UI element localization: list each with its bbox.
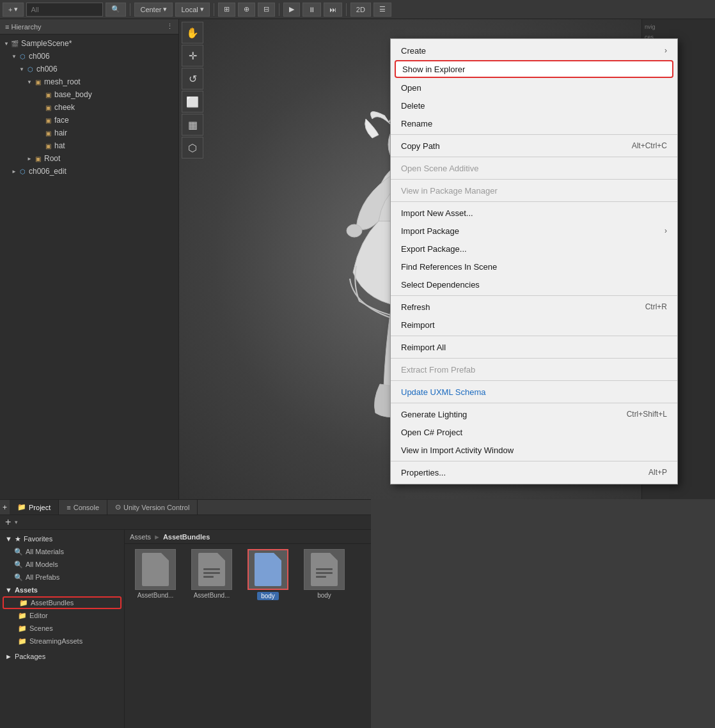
label-cheek: cheek xyxy=(54,103,75,112)
rect-tool-btn[interactable]: ▦ xyxy=(182,114,203,136)
hierarchy-menu-icon[interactable]: ⋮ xyxy=(166,22,173,31)
ctx-rename[interactable]: Rename xyxy=(391,114,677,132)
arrow-base-body xyxy=(36,91,43,98)
label-all-materials: All Materials xyxy=(26,548,64,555)
tree-item-ch006-parent[interactable]: ▼ ⬡ ch006 xyxy=(0,50,178,63)
ctx-open-scene-additive: Open Scene Additive xyxy=(391,159,677,177)
folder-editor[interactable]: 📁 Editor xyxy=(0,609,124,622)
breadcrumb-root[interactable]: Assets xyxy=(130,533,151,541)
ctx-properties[interactable]: Properties... Alt+P xyxy=(391,463,677,481)
ctx-sep-4 xyxy=(391,201,677,202)
ctx-show-in-explorer[interactable]: Show in Explorer xyxy=(395,60,673,78)
center-label: Center xyxy=(140,6,161,13)
tree-item-ch006-child[interactable]: ▼ ⬡ ch006 xyxy=(0,63,178,75)
ctx-reimport-all[interactable]: Reimport All xyxy=(391,338,677,356)
tab-version-control[interactable]: ⊙ Unity Version Control xyxy=(107,500,198,515)
ctx-reimport[interactable]: Reimport xyxy=(391,316,677,334)
grid-icon-btn[interactable]: ⊞ xyxy=(218,3,235,17)
ctx-generate-lighting[interactable]: Generate Lighting Ctrl+Shift+L xyxy=(391,405,677,423)
center-button[interactable]: Center ▾ xyxy=(134,3,173,17)
fav-all-materials[interactable]: 🔍 All Materials xyxy=(0,545,124,558)
ctx-export-package[interactable]: Export Package... xyxy=(391,240,677,258)
tree-item-cheek[interactable]: ▣ cheek xyxy=(0,101,178,114)
folder-icon-streaming: 📁 xyxy=(18,637,27,646)
hand-tool-btn[interactable]: ✋ xyxy=(182,22,203,43)
ctx-refresh[interactable]: Refresh Ctrl+R xyxy=(391,298,677,316)
assets-label: Assets xyxy=(15,586,38,594)
tree-item-hat[interactable]: ▣ hat xyxy=(0,139,178,152)
folder-scenes[interactable]: 📁 Scenes xyxy=(0,622,124,635)
tab-project[interactable]: 📁 Project xyxy=(10,500,59,515)
label-mesh-root: mesh_root xyxy=(44,77,81,86)
ctx-sep-7 xyxy=(391,358,677,359)
asset-item-1[interactable]: AssetBund... xyxy=(130,549,181,600)
file-line-b2 xyxy=(316,572,333,574)
project-panel: ▼ ★ Favorites 🔍 All Materials 🔍 All Mode… xyxy=(0,530,371,728)
ctx-select-dependencies[interactable]: Select Dependencies xyxy=(391,275,677,293)
folder-streaming-assets[interactable]: 📁 StreamingAssets xyxy=(0,635,124,647)
assets-header[interactable]: ▼ Assets xyxy=(0,584,124,596)
local-button[interactable]: Local ▾ xyxy=(175,3,209,17)
arrow-cheek xyxy=(36,104,43,111)
ctx-copy-path[interactable]: Copy Path Alt+Ctrl+C xyxy=(391,137,677,155)
search-icon-prefabs: 🔍 xyxy=(14,573,23,582)
asset-icon-2 xyxy=(191,549,232,590)
ctx-sep-3 xyxy=(391,179,677,180)
search-input[interactable] xyxy=(26,3,103,17)
tree-item-samplescene[interactable]: ▼ 🎬 SampleScene* xyxy=(0,37,178,50)
top-toolbar: + ▾ 🔍 Center ▾ Local ▾ ⊞ ⊕ ⊟ ▶ ⏸ ⏭ 2D ☰ xyxy=(0,0,715,19)
bottom-section: + 📁 Project ≡ Console ⊙ Unity Version Co… xyxy=(0,499,371,728)
tree-item-base-body[interactable]: ▣ base_body xyxy=(0,88,178,101)
rotate-tool-btn[interactable]: ↺ xyxy=(182,68,203,89)
tree-item-hair[interactable]: ▣ hair xyxy=(0,127,178,139)
arrow-face xyxy=(36,116,43,124)
file-line-1 xyxy=(203,568,220,570)
favorites-sidebar: ▼ ★ Favorites 🔍 All Materials 🔍 All Mode… xyxy=(0,530,125,728)
ctx-delete-label: Delete xyxy=(401,101,425,111)
bottom-add-btn[interactable]: + xyxy=(0,500,10,515)
step-btn[interactable]: ⏭ xyxy=(324,3,342,17)
file-line-b1 xyxy=(316,568,333,570)
packages-header[interactable]: ► Packages xyxy=(0,650,124,663)
pause-btn[interactable]: ⏸ xyxy=(302,3,321,17)
asset-item-body-selected[interactable]: body xyxy=(242,549,294,600)
ctx-import-package[interactable]: Import Package › xyxy=(391,222,677,240)
ctx-import-new-asset[interactable]: Import New Asset... xyxy=(391,204,677,222)
ctx-view-import-activity[interactable]: View in Import Activity Window xyxy=(391,441,677,459)
mode-2d-button[interactable]: 2D xyxy=(350,3,371,17)
play-btn[interactable]: ▶ xyxy=(283,3,300,17)
folder-assetbundles[interactable]: 📁 AssetBundles xyxy=(3,596,122,609)
fav-all-prefabs[interactable]: 🔍 All Prefabs xyxy=(0,571,124,584)
tab-console[interactable]: ≡ Console xyxy=(59,500,107,515)
ctx-create[interactable]: Create › xyxy=(391,42,677,59)
ctx-reimport-all-label: Reimport All xyxy=(401,343,446,352)
ctx-update-uxml[interactable]: Update UXML Schema xyxy=(391,383,677,401)
search-button[interactable]: 🔍 xyxy=(106,3,126,17)
tree-item-mesh-root[interactable]: ▼ ▣ mesh_root xyxy=(0,75,178,88)
ctx-open[interactable]: Open xyxy=(391,79,677,97)
ctx-find-references-label: Find References In Scene xyxy=(401,262,497,272)
add-button[interactable]: + ▾ xyxy=(3,3,24,17)
ctx-open-csharp[interactable]: Open C# Project xyxy=(391,423,677,441)
project-add-btn[interactable]: + xyxy=(3,516,13,528)
asset-item-2[interactable]: AssetBund... xyxy=(186,549,237,600)
tree-item-root[interactable]: ► ▣ Root xyxy=(0,152,178,165)
fav-all-models[interactable]: 🔍 All Models xyxy=(0,558,124,571)
asset-item-body[interactable]: body xyxy=(299,549,350,600)
transform-btn[interactable]: ⊕ xyxy=(238,3,255,17)
arrow-root: ► xyxy=(26,155,33,162)
arrow-ch006-child: ▼ xyxy=(18,65,26,73)
ctx-delete[interactable]: Delete xyxy=(391,97,677,114)
breadcrumb-current: AssetBundles xyxy=(163,533,210,541)
gizmos-btn[interactable]: ☰ xyxy=(373,3,391,17)
custom-tool-btn[interactable]: ⬡ xyxy=(182,137,203,159)
tree-item-face[interactable]: ▣ face xyxy=(0,114,178,127)
move-tool-btn[interactable]: ✛ xyxy=(182,45,203,66)
tree-item-ch006-edit[interactable]: ► ⬡ ch006_edit xyxy=(0,165,178,178)
gameobj-icon-edit: ⬡ xyxy=(18,167,27,176)
favorites-header[interactable]: ▼ ★ Favorites xyxy=(0,532,124,545)
ctx-find-references[interactable]: Find References In Scene xyxy=(391,258,677,275)
axis-btn[interactable]: ⊟ xyxy=(258,3,275,17)
toolbar-separator-1 xyxy=(130,3,130,16)
scale-tool-btn[interactable]: ⬜ xyxy=(182,91,203,112)
